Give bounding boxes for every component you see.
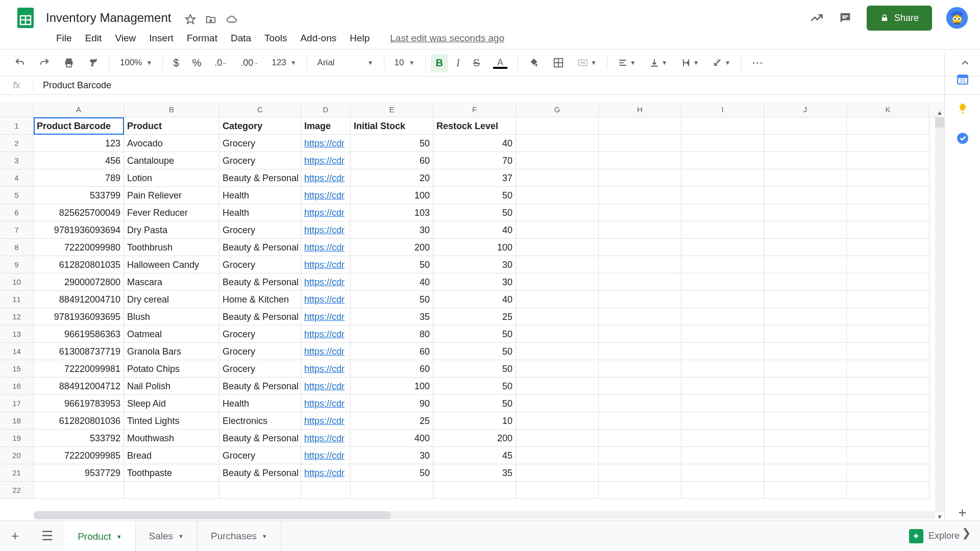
cell[interactable]: 96619586363 [34, 325, 124, 343]
cell[interactable] [599, 430, 681, 447]
cell[interactable] [599, 412, 681, 430]
cell[interactable]: 35 [433, 464, 516, 482]
cell[interactable] [764, 169, 847, 187]
cell[interactable] [681, 343, 764, 360]
column-header[interactable]: E [351, 102, 433, 117]
cell[interactable] [599, 256, 681, 273]
scrollbar-thumb[interactable] [34, 511, 391, 519]
menu-tools[interactable]: Tools [264, 33, 287, 44]
cell[interactable]: 200 [433, 430, 516, 447]
cell[interactable] [516, 169, 599, 187]
cell[interactable] [599, 117, 681, 135]
cell[interactable]: Image [301, 117, 351, 135]
cell[interactable]: https://cdr [301, 343, 351, 360]
cell[interactable]: https://cdr [301, 395, 351, 412]
cell[interactable]: 72220099981 [34, 360, 124, 378]
sheet-tab-sales[interactable]: Sales▼ [136, 521, 198, 551]
cell[interactable] [764, 221, 847, 239]
cell[interactable] [599, 378, 681, 395]
cell[interactable] [599, 273, 681, 291]
cell[interactable] [847, 169, 929, 187]
explore-button[interactable]: ✦ Explore [909, 529, 960, 543]
cell[interactable]: Category [219, 117, 301, 135]
menu-insert[interactable]: Insert [149, 33, 174, 44]
currency-button[interactable]: $ [168, 54, 184, 72]
add-addon-icon[interactable]: + [955, 505, 970, 520]
cell[interactable]: 103 [351, 204, 433, 221]
column-header[interactable]: I [681, 102, 764, 117]
cell[interactable]: Grocery [219, 343, 301, 360]
cell[interactable]: Health [219, 187, 301, 204]
cell[interactable]: 25 [433, 308, 516, 325]
menu-add-ons[interactable]: Add-ons [300, 33, 336, 44]
cell[interactable]: 50 [351, 135, 433, 152]
row-header[interactable]: 17 [0, 395, 33, 412]
add-sheet-button[interactable]: + [0, 528, 30, 544]
cell[interactable] [847, 117, 929, 135]
cell[interactable]: 50 [433, 187, 516, 204]
cell[interactable]: https://cdr [301, 464, 351, 482]
cell[interactable]: Toothbrush [124, 239, 219, 256]
cell[interactable] [516, 239, 599, 256]
rotate-button[interactable]: A▼ [707, 55, 736, 71]
cell[interactable] [681, 204, 764, 221]
select-all-corner[interactable] [0, 102, 34, 117]
cell[interactable] [516, 412, 599, 430]
cell[interactable] [847, 378, 929, 395]
cell[interactable]: 25 [351, 412, 433, 430]
cell[interactable] [599, 447, 681, 464]
undo-button[interactable] [9, 54, 31, 71]
cell[interactable]: 45 [433, 447, 516, 464]
share-button[interactable]: Share [867, 6, 932, 31]
cell[interactable]: https://cdr [301, 378, 351, 395]
fx-icon[interactable]: fx [0, 80, 34, 91]
cell[interactable] [433, 482, 516, 499]
cell[interactable]: https://cdr [301, 360, 351, 378]
cell[interactable]: 123 [34, 135, 124, 152]
cell[interactable] [516, 482, 599, 499]
cell[interactable]: Tinted Lights [124, 412, 219, 430]
cell[interactable] [516, 291, 599, 308]
menu-view[interactable]: View [115, 33, 136, 44]
cell[interactable]: https://cdr [301, 430, 351, 447]
cell[interactable]: Sleep Aid [124, 395, 219, 412]
cell[interactable] [516, 360, 599, 378]
cell[interactable]: Toothpaste [124, 464, 219, 482]
cell[interactable]: 533792 [34, 430, 124, 447]
h-align-button[interactable]: ▼ [612, 55, 641, 71]
cell[interactable] [764, 395, 847, 412]
cell[interactable]: 40 [433, 135, 516, 152]
column-header[interactable]: H [599, 102, 681, 117]
column-header[interactable]: G [516, 102, 599, 117]
cell[interactable]: 9781936093695 [34, 308, 124, 325]
cell[interactable] [599, 291, 681, 308]
cell[interactable]: 50 [433, 204, 516, 221]
cell[interactable] [599, 204, 681, 221]
cell[interactable]: 70 [433, 152, 516, 169]
row-header[interactable]: 1 [0, 117, 33, 135]
cell[interactable] [764, 360, 847, 378]
row-header[interactable]: 14 [0, 343, 33, 360]
menu-format[interactable]: Format [187, 33, 217, 44]
cell[interactable]: Grocery [219, 360, 301, 378]
cell[interactable] [516, 430, 599, 447]
cell[interactable]: Lotion [124, 169, 219, 187]
cell[interactable]: 96619783953 [34, 395, 124, 412]
row-header[interactable]: 21 [0, 464, 33, 482]
cell[interactable]: 72220099985 [34, 447, 124, 464]
cell[interactable] [351, 482, 433, 499]
cell[interactable] [847, 256, 929, 273]
cell[interactable] [219, 482, 301, 499]
cell[interactable]: 60 [351, 152, 433, 169]
cell[interactable]: 50 [351, 256, 433, 273]
cell[interactable] [681, 325, 764, 343]
row-header[interactable]: 8 [0, 239, 33, 256]
cell[interactable]: https://cdr [301, 152, 351, 169]
cell[interactable]: https://cdr [301, 308, 351, 325]
cell[interactable]: https://cdr [301, 412, 351, 430]
row-header[interactable]: 4 [0, 169, 33, 187]
cell[interactable] [764, 464, 847, 482]
cell[interactable] [516, 308, 599, 325]
cell[interactable]: 60 [351, 343, 433, 360]
cell[interactable] [847, 412, 929, 430]
